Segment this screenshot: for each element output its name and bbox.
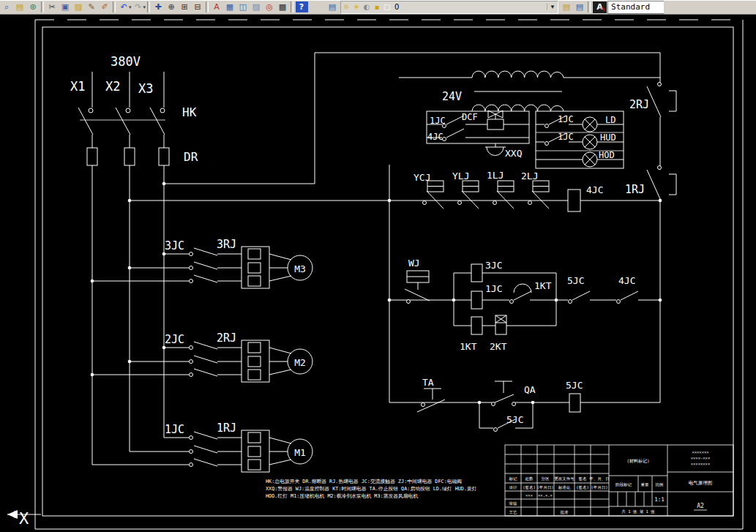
label-ylj: YLJ <box>452 171 469 181</box>
label-sig-1jc-a: 1JC <box>430 116 446 126</box>
titleblock-text-23: ××××××× <box>692 450 708 454</box>
color-swatch-icon[interactable]: □ <box>382 3 392 11</box>
layer-combo[interactable]: ☼☀◐▪□0▼ <box>340 1 558 14</box>
label-sig-4jc: 4JC <box>427 132 444 142</box>
toolbar-gap <box>308 1 326 12</box>
label-m3-jc: 3JC <box>165 239 184 252</box>
copy-icon[interactable]: ▣ <box>59 1 72 12</box>
titleblock-text-13: ××.×.× <box>538 493 553 498</box>
zoom-previous-icon[interactable]: ⊟ <box>192 1 204 12</box>
layer-combo-dropdown-icon[interactable]: ▼ <box>547 4 558 10</box>
label-x2: X2 <box>105 79 120 94</box>
label-coil-1kt: 1KT <box>460 341 477 352</box>
titleblock-text-11: (年月日) <box>591 485 607 490</box>
zoom-window-icon[interactable]: ⊞ <box>179 1 191 12</box>
layer-properties-icon[interactable]: ▤ <box>326 1 339 12</box>
label-x3: X3 <box>138 81 153 96</box>
legend-line-3: HOD.红灯 M1:压缩机电机 M2:载冷剂水泵电机 M3:蒸发器风扇电机 <box>266 493 418 499</box>
label-xxq: XXQ <box>505 148 523 159</box>
publish-web-icon[interactable]: ⊛ <box>27 1 40 12</box>
titleblock-text-21: 1:1 <box>654 496 665 503</box>
main-toolbar: ⌕▤⊛✂▣▨✎✐↶▾↷▾✚⊕⊞⊟A▦◫▨◎▩?▤☼☀◐▪□0▼▤▤A✎Stand… <box>0 0 756 15</box>
titleblock-text-24: ××××-××× <box>691 456 711 460</box>
label-jc4-contact: 4JC <box>618 275 635 286</box>
titleblock-text-27: A2 <box>697 503 704 509</box>
redo-button[interactable]: ↷▾ <box>132 1 146 12</box>
paste-icon[interactable]: ▨ <box>72 1 85 12</box>
plot-icon[interactable]: ▪ <box>372 3 382 11</box>
titleblock-text-8: (年月日) <box>536 485 553 490</box>
label-hud: HUD <box>600 132 616 143</box>
undo-button-icon: ↶ <box>118 1 130 12</box>
junction-dots <box>91 182 662 405</box>
lock-icon[interactable]: ◐ <box>362 3 372 11</box>
titleblock-text-7: (签名) <box>523 485 536 490</box>
label-ta: TA <box>422 377 434 388</box>
schematic-svg: 380VX1X2X3HKDR24VDCF1JC4JCXXQ1JC1JCLDHUD… <box>0 0 756 532</box>
label-sig-1jc-b: 1JC <box>558 114 574 124</box>
label-jc5-par: 5JC <box>506 414 523 425</box>
motor-branches <box>92 247 312 472</box>
titleblock-text-3: 更改文件号 <box>554 476 575 481</box>
drawing-canvas[interactable]: 380VX1X2X3HKDR24VDCF1JC4JCXXQ1JC1JCLDHUD… <box>0 15 756 532</box>
freeze-sun-icon[interactable]: ☀ <box>351 3 362 11</box>
label-rj2: 2RJ <box>629 98 649 111</box>
label-m2: M2 <box>294 357 306 368</box>
titleblock-text-20: 比例 <box>656 482 664 487</box>
titleblock-text-26: 电气原理图 <box>689 480 713 486</box>
current-layer-name: 0 <box>394 3 399 11</box>
make-layer-current-icon[interactable]: ▤ <box>561 1 573 12</box>
text-match-icon[interactable]: A <box>211 1 223 12</box>
titleblock-text-19: 重量 <box>641 482 650 487</box>
toolbar-separator <box>588 1 591 12</box>
label-m1-rj: 1RJ <box>217 422 236 435</box>
redo-button-dropdown-icon[interactable]: ▾ <box>143 4 146 10</box>
pan-icon[interactable]: ✚ <box>152 1 165 12</box>
pencil-edit-icon[interactable]: ✎ <box>86 1 98 12</box>
toolbar-separator <box>113 1 116 12</box>
label-wj: WJ <box>408 258 420 269</box>
cut-icon[interactable]: ✂ <box>46 1 59 12</box>
bulb-on-icon[interactable]: ☼ <box>341 3 351 11</box>
sheet-set-icon[interactable]: ◫ <box>237 1 250 12</box>
label-m1: M1 <box>294 447 306 458</box>
zoom-realtime-icon[interactable]: ⊕ <box>165 1 178 12</box>
label-dcf: DCF <box>462 112 478 122</box>
help-icon[interactable]: ? <box>296 1 308 12</box>
label-m3-rj: 3RJ <box>217 238 236 251</box>
layer-previous-icon[interactable]: ▤ <box>574 1 586 12</box>
label-coil-4jc: 4JC <box>586 184 603 195</box>
markup-icon[interactable]: ▨ <box>250 1 263 12</box>
label-coil-5jc: 5JC <box>566 380 583 391</box>
find-icon[interactable]: ⌕ <box>1 1 13 12</box>
titleblock-text-4: 签名 <box>579 476 587 482</box>
label-jc5-contact: 5JC <box>567 275 584 286</box>
label-m2-jc: 2JC <box>165 333 184 346</box>
text-style-combo[interactable]: Standard <box>607 1 664 14</box>
label-hk: HK <box>182 105 197 119</box>
label-qa: QA <box>524 384 536 395</box>
match-properties-icon[interactable]: ✐ <box>99 1 111 12</box>
text-style-icon[interactable]: A✎ <box>593 1 607 13</box>
titleblock-text-18: 阶段标记 <box>615 482 632 487</box>
revision-cloud-icon[interactable]: ◎ <box>263 1 276 12</box>
undo-button[interactable]: ↶▾ <box>117 1 132 12</box>
label-coil-2kt: 2KT <box>490 341 507 352</box>
designcenter-icon[interactable]: ▤ <box>14 1 26 12</box>
toolbar-separator <box>147 1 150 12</box>
label-ld: LD <box>605 115 615 125</box>
relay-row <box>130 181 660 211</box>
titleblock-text-2: 分区 <box>542 476 550 481</box>
toolbar-separator <box>291 1 293 12</box>
label-sig-1jc-c: 1JC <box>558 132 574 142</box>
label-rj1: 1RJ <box>625 183 645 196</box>
quickcalc-icon[interactable]: ▩ <box>277 1 289 12</box>
titleblock-text-1: 处数 <box>525 476 534 482</box>
label-ycj: YCJ <box>413 172 430 183</box>
titleblock-text-6: 设计 <box>509 485 518 490</box>
titleblock-text-17: (材料标记) <box>626 458 649 464</box>
table-icon[interactable]: ▦ <box>224 1 236 12</box>
titleblock-text-10: (签名) <box>576 485 589 490</box>
legend-line-1: HK:总电源开关 DR.熔断器 RJ.热继电器 JC:交流接触器 ZJ:中间继电… <box>266 479 462 484</box>
label-lj2: 2LJ <box>521 171 538 181</box>
